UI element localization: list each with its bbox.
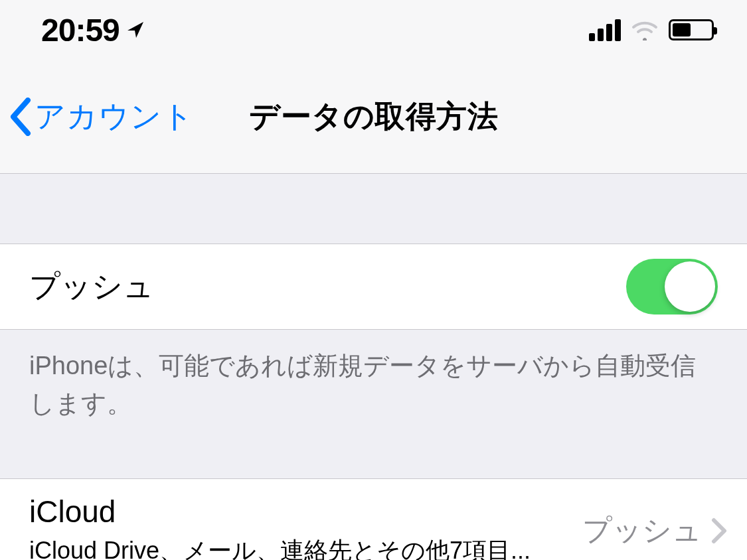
status-left: 20:59: [41, 12, 146, 48]
location-services-icon: [125, 19, 146, 40]
wifi-icon: [630, 19, 659, 40]
chevron-left-icon: [8, 98, 33, 136]
push-footer-text: iPhoneは、可能であれば新規データをサーバから自動受信します。: [0, 330, 747, 423]
account-row-icloud[interactable]: iCloud iCloud Drive、メール、連絡先とその他7項目... プッ…: [0, 478, 747, 560]
navigation-bar: アカウント データの取得方法: [0, 60, 747, 174]
toggle-knob: [665, 261, 715, 312]
account-right: プッシュ: [582, 511, 727, 550]
section-spacer: [0, 423, 747, 478]
section-spacer: [0, 174, 747, 244]
account-subtitle: iCloud Drive、メール、連絡先とその他7項目...: [29, 535, 531, 560]
cellular-signal-icon: [589, 19, 621, 41]
chevron-right-icon: [711, 518, 727, 544]
account-text: iCloud iCloud Drive、メール、連絡先とその他7項目...: [29, 494, 531, 560]
back-button[interactable]: アカウント: [8, 96, 194, 137]
back-label: アカウント: [35, 96, 194, 137]
status-bar: 20:59: [0, 0, 747, 60]
push-toggle[interactable]: [626, 259, 718, 315]
account-value: プッシュ: [582, 511, 702, 550]
battery-icon: [669, 19, 714, 40]
status-right: [589, 19, 714, 41]
push-label: プッシュ: [29, 266, 154, 307]
account-title: iCloud: [29, 494, 531, 529]
clock: 20:59: [41, 12, 120, 48]
push-row: プッシュ: [0, 244, 747, 330]
